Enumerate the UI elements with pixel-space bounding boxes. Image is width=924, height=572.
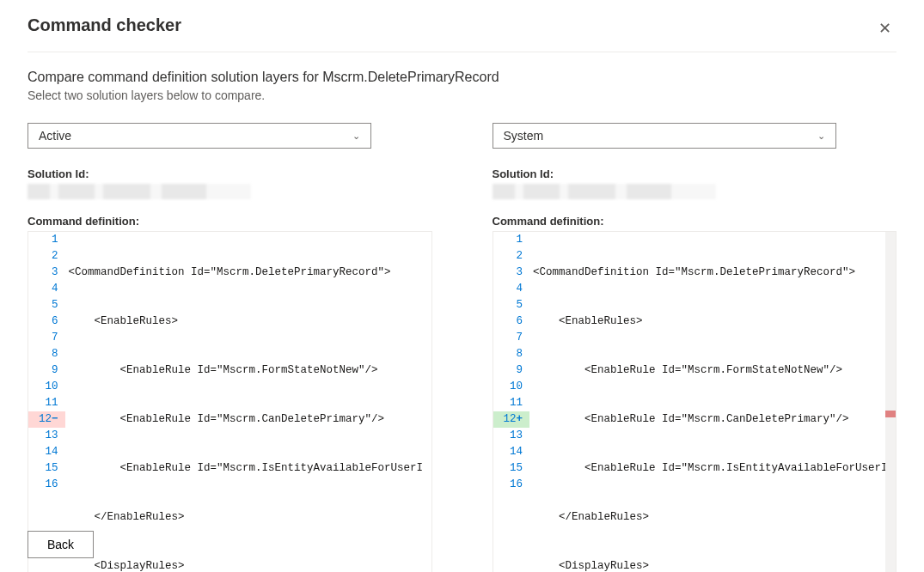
left-layer-select[interactable]: Active ⌄ bbox=[28, 123, 371, 149]
code-line: </EnableRules> bbox=[529, 509, 896, 526]
left-solution-id-value bbox=[28, 184, 251, 199]
code-line: <EnableRules> bbox=[65, 313, 431, 330]
minimap-marker-removed bbox=[885, 411, 896, 417]
code-line: <CommandDefinition Id="Mscrm.DeletePrima… bbox=[65, 265, 431, 281]
code-line: <EnableRule Id="Mscrm.FormStateNotNew"/> bbox=[65, 362, 431, 379]
diff-plus-icon: + bbox=[517, 413, 523, 425]
code-line: <EnableRule Id="Mscrm.CanDeletePrimary"/… bbox=[65, 411, 431, 428]
code-line: </EnableRules> bbox=[65, 509, 431, 526]
right-code-body: <CommandDefinition Id="Mscrm.DeletePrima… bbox=[529, 232, 896, 572]
close-icon[interactable]: ✕ bbox=[873, 15, 896, 41]
code-line: <CommandDefinition Id="Mscrm.DeletePrima… bbox=[529, 265, 896, 281]
right-code-editor[interactable]: 1 2 3 4 5 6 7 8 9 10 11 12+ 13 14 15 16 bbox=[493, 231, 897, 572]
back-button[interactable]: Back bbox=[28, 531, 94, 558]
left-layer-value: Active bbox=[39, 129, 71, 143]
chevron-down-icon: ⌄ bbox=[352, 131, 360, 142]
code-line: <EnableRule Id="Mscrm.IsEntityAvailableF… bbox=[65, 460, 431, 477]
right-layer-select[interactable]: System ⌄ bbox=[493, 123, 836, 149]
right-layer-value: System bbox=[504, 129, 544, 143]
left-gutter: 1 2 3 4 5 6 7 8 9 10 11 12− 13 14 15 16 bbox=[28, 232, 65, 572]
code-line: <EnableRule Id="Mscrm.FormStateNotNew"/> bbox=[529, 362, 896, 379]
code-line: <DisplayRules> bbox=[65, 558, 431, 572]
code-line: <DisplayRules> bbox=[529, 558, 896, 572]
minimap-gutter[interactable] bbox=[885, 232, 896, 572]
compare-subtext: Select two solution layers below to comp… bbox=[28, 88, 896, 102]
diff-minus-icon: − bbox=[52, 413, 58, 425]
compare-heading: Compare command definition solution laye… bbox=[28, 70, 896, 85]
page-title: Command checker bbox=[28, 15, 181, 35]
right-solution-id-label: Solution Id: bbox=[493, 167, 897, 180]
code-line: <EnableRule Id="Mscrm.CanDeletePrimary"/… bbox=[529, 411, 896, 428]
left-panel: Active ⌄ Solution Id: Command definition… bbox=[28, 123, 432, 572]
left-definition-label: Command definition: bbox=[28, 215, 432, 228]
left-code-editor[interactable]: 1 2 3 4 5 6 7 8 9 10 11 12− 13 14 15 16 bbox=[28, 231, 432, 572]
left-code-body: <CommandDefinition Id="Mscrm.DeletePrima… bbox=[65, 232, 431, 572]
right-panel: System ⌄ Solution Id: Command definition… bbox=[493, 123, 897, 572]
right-definition-label: Command definition: bbox=[493, 215, 897, 228]
right-gutter: 1 2 3 4 5 6 7 8 9 10 11 12+ 13 14 15 16 bbox=[493, 232, 530, 572]
code-line: <EnableRules> bbox=[529, 313, 896, 330]
right-solution-id-value bbox=[493, 184, 716, 199]
left-solution-id-label: Solution Id: bbox=[28, 167, 432, 180]
chevron-down-icon: ⌄ bbox=[817, 131, 825, 142]
code-line: <EnableRule Id="Mscrm.IsEntityAvailableF… bbox=[529, 460, 896, 477]
